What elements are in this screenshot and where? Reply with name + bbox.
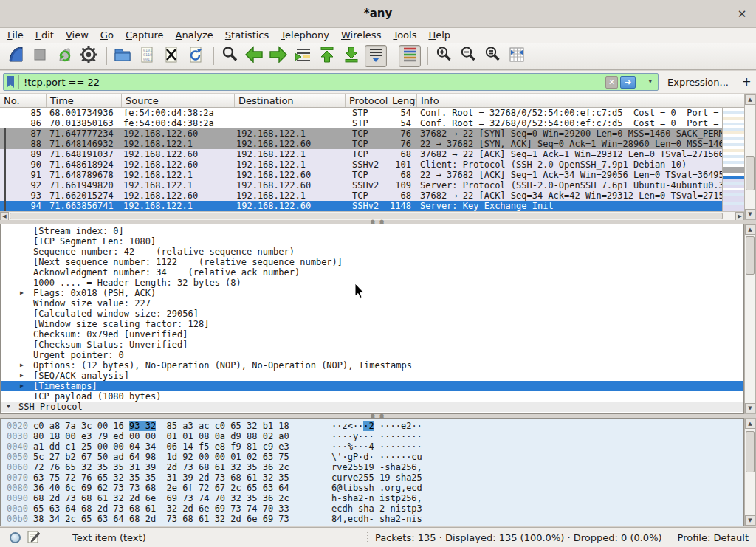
scroll-down-icon[interactable]: ▼ xyxy=(745,403,755,413)
scroll-down-icon[interactable]: ▼ xyxy=(745,515,755,526)
ascii-bytes[interactable]: \'·gP·d· ······cu xyxy=(305,452,422,462)
filter-dropdown-icon[interactable]: ▾ xyxy=(648,78,652,85)
packet-row-87[interactable]: 8771.647777234192.168.122.60192.168.122.… xyxy=(0,128,722,139)
ascii-bytes[interactable]: h-sha2-n istp256, xyxy=(305,493,422,503)
collapsed-arrow-icon[interactable]: ▶ xyxy=(20,381,24,391)
column-header-length[interactable]: Length xyxy=(388,94,417,107)
packet-row-91[interactable]: 9171.648789678192.168.122.1192.168.122.6… xyxy=(0,170,722,180)
close-file-button[interactable] xyxy=(160,45,182,67)
go-forward-button[interactable] xyxy=(267,45,289,67)
capture-options-button[interactable] xyxy=(78,45,100,67)
ascii-bytes[interactable]: ··z<···2 ····e2·· xyxy=(305,421,422,431)
go-back-button[interactable] xyxy=(243,45,265,67)
detail-line[interactable]: 1000 .... = Header Length: 32 bytes (8) xyxy=(1,278,743,288)
zoom-out-button[interactable] xyxy=(457,45,479,67)
column-header-info[interactable]: Info xyxy=(417,94,744,107)
detail-line[interactable]: [Window size scaling factor: 128] xyxy=(1,319,743,329)
go-to-packet-button[interactable] xyxy=(292,45,314,67)
detail-line[interactable]: Acknowledgment number: 34 (relative ack … xyxy=(1,267,743,278)
ascii-bytes[interactable]: 84,ecdh- sha2-nis xyxy=(305,514,422,524)
open-file-button[interactable] xyxy=(111,45,134,67)
restart-capture-button[interactable] xyxy=(53,45,75,67)
intelligent-scrollbar-minimap[interactable] xyxy=(722,108,744,211)
menu-item-tools[interactable]: Tools xyxy=(387,29,422,42)
go-to-last-button[interactable] xyxy=(340,45,362,67)
filter-bookmark-icon[interactable] xyxy=(7,76,14,88)
hex-row-00a0[interactable]: 00a065 63 64 68 2d 73 68 61 32 2d 6e 69 … xyxy=(1,503,743,514)
hex-bytes[interactable]: c0 a8 7a 3c 00 16 93 32 85 a3 ac c0 65 3… xyxy=(33,421,305,431)
filter-apply-button[interactable]: ➜ xyxy=(620,76,636,89)
hex-bytes[interactable]: 65 63 64 68 2d 73 68 61 32 2d 6e 69 73 7… xyxy=(33,503,305,514)
packet-row-92[interactable]: 9271.661949820192.168.122.1192.168.122.6… xyxy=(0,180,722,190)
details-vscrollbar[interactable]: ▲ ▼ xyxy=(744,224,756,414)
hex-row-0090[interactable]: 009068 2d 73 68 61 32 2d 6e 69 73 74 70 … xyxy=(1,493,743,503)
filter-add-button[interactable]: + xyxy=(742,75,752,89)
expert-info-icon[interactable] xyxy=(10,532,21,543)
detail-line[interactable]: ▶[Timestamps] xyxy=(1,381,743,391)
scroll-up-icon[interactable]: ▲ xyxy=(745,94,755,105)
bytes-vscrollbar[interactable]: ▲ ▼ xyxy=(744,418,756,526)
packet-row-86[interactable]: 8670.013850163fe:54:00:d4:38:2aSTP54Conf… xyxy=(0,118,722,128)
packet-row-93[interactable]: 9371.662015274192.168.122.60192.168.122.… xyxy=(0,190,722,201)
detail-line[interactable]: [Checksum Status: Unverified] xyxy=(1,340,743,350)
find-packet-button[interactable] xyxy=(219,45,241,67)
hex-bytes[interactable]: 80 18 00 e3 79 ed 00 00 01 01 08 0a d9 8… xyxy=(33,431,305,441)
detail-line[interactable]: ▶[SEQ/ACK analysis] xyxy=(1,371,743,381)
packet-row-89[interactable]: 8971.648191037192.168.122.60192.168.122.… xyxy=(0,149,722,159)
scroll-up-icon[interactable]: ▲ xyxy=(745,419,755,429)
detail-line[interactable]: [Calculated window size: 29056] xyxy=(1,309,743,319)
detail-line[interactable]: Window size value: 227 xyxy=(1,298,743,309)
hex-bytes[interactable]: 72 76 65 32 35 35 31 39 2d 73 68 61 32 3… xyxy=(33,462,305,472)
display-filter-input[interactable]: !tcp.port == 22 ✕ ➜ ▾ xyxy=(3,73,659,91)
menu-item-go[interactable]: Go xyxy=(94,29,120,42)
hex-bytes[interactable]: 63 75 72 76 65 32 35 35 31 39 2d 73 68 6… xyxy=(33,472,305,483)
column-header-time[interactable]: Time xyxy=(47,94,122,107)
menu-item-wireless[interactable]: Wireless xyxy=(335,29,387,42)
packet-row-88[interactable]: 8871.648146932192.168.122.1192.168.122.6… xyxy=(0,139,722,149)
hex-row-00b0[interactable]: 00b038 34 2c 65 63 64 68 2d 73 68 61 32 … xyxy=(1,514,743,524)
detail-line[interactable]: Urgent pointer: 0 xyxy=(1,350,743,360)
hex-bytes[interactable]: 68 2d 73 68 61 32 2d 6e 69 73 74 70 32 3… xyxy=(33,493,305,503)
menu-item-analyze[interactable]: Analyze xyxy=(170,29,219,42)
hex-row-0030[interactable]: 003080 18 00 e3 79 ed 00 00 01 01 08 0a … xyxy=(1,431,743,441)
hex-bytes[interactable]: a1 dd c1 25 00 00 04 34 06 14 f5 e8 f9 8… xyxy=(33,441,305,452)
zoom-original-button[interactable] xyxy=(481,45,504,67)
ascii-bytes[interactable]: ecdh-sha 2-nistp3 xyxy=(305,503,422,514)
start-capture-button[interactable] xyxy=(4,45,27,67)
hex-row-0040[interactable]: 0040a1 dd c1 25 00 00 04 34 06 14 f5 e8 … xyxy=(1,441,743,452)
status-profile[interactable]: Profile: Default xyxy=(670,532,756,543)
auto-scroll-button[interactable] xyxy=(365,45,387,67)
packet-list-vscroll-thumb[interactable] xyxy=(746,156,755,190)
scroll-up-icon[interactable]: ▲ xyxy=(745,224,755,235)
bytes-vscroll-thumb[interactable] xyxy=(746,431,755,472)
detail-line[interactable]: Sequence number: 42 (relative sequence n… xyxy=(1,247,743,257)
column-header-source[interactable]: Source xyxy=(122,94,235,107)
go-to-first-button[interactable] xyxy=(316,45,338,67)
save-file-button[interactable]: 010101100011 xyxy=(136,45,158,67)
filter-clear-button[interactable]: ✕ xyxy=(605,76,618,89)
packet-list-hscroll-thumb[interactable] xyxy=(10,213,723,219)
scroll-down-icon[interactable]: ▼ xyxy=(745,209,755,219)
zoom-in-button[interactable] xyxy=(433,45,455,67)
colorize-packets-button[interactable] xyxy=(399,45,421,67)
close-window-button[interactable]: ✕ xyxy=(734,6,750,22)
detail-line[interactable]: ▼SSH Protocol xyxy=(1,402,743,412)
menu-item-statistics[interactable]: Statistics xyxy=(219,29,275,42)
ascii-bytes[interactable]: curve255 19-sha25 xyxy=(305,472,422,483)
hex-row-0050[interactable]: 00505c 27 b2 67 50 ad 64 98 1d 92 00 00 … xyxy=(1,452,743,462)
menu-item-help[interactable]: Help xyxy=(422,29,456,42)
stop-capture-button[interactable] xyxy=(29,45,51,67)
ascii-bytes[interactable]: ···%···4 ········ xyxy=(305,441,422,452)
menu-item-telephony[interactable]: Telephony xyxy=(275,29,335,42)
detail-line[interactable]: [TCP Segment Len: 1080] xyxy=(1,236,743,247)
detail-line[interactable]: TCP payload (1080 bytes) xyxy=(1,391,743,402)
column-header-protocol[interactable]: Protocol xyxy=(346,94,388,107)
display-filter-value[interactable]: !tcp.port == 22 xyxy=(24,77,100,88)
packet-row-85[interactable]: 8568.001734936fe:54:00:d4:38:2aSTP54Conf… xyxy=(0,108,722,118)
hex-bytes[interactable]: 38 34 2c 65 63 64 68 2d 73 68 61 32 2d 6… xyxy=(33,514,305,524)
detail-line[interactable]: [Stream index: 0] xyxy=(1,226,743,236)
menu-item-view[interactable]: View xyxy=(60,29,94,42)
hex-row-0020[interactable]: 0020c0 a8 7a 3c 00 16 93 32 85 a3 ac c0 … xyxy=(1,421,743,431)
resize-columns-button[interactable] xyxy=(506,45,528,67)
hex-row-0070[interactable]: 007063 75 72 76 65 32 35 35 31 39 2d 73 … xyxy=(1,472,743,483)
